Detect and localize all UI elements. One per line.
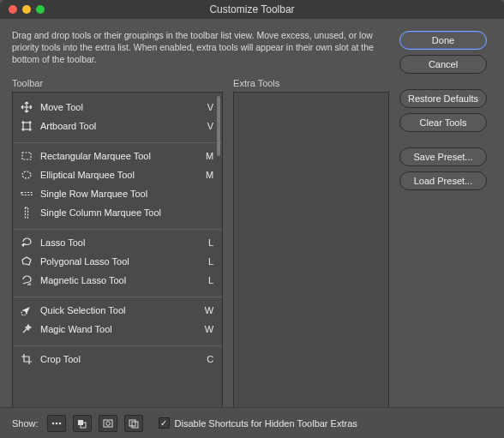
disable-shortcuts-checkbox[interactable]: ✓ Disable Shortcuts for Hidden Toolbar E…	[159, 417, 357, 429]
tool-name: Crop Tool	[40, 354, 195, 364]
svg-point-6	[51, 422, 54, 424]
tool-shortcut: V	[201, 102, 213, 112]
tool-group[interactable]: Lasso ToolLPolygonal Lasso ToolLMagnetic…	[13, 229, 222, 295]
svg-rect-1	[22, 153, 31, 159]
tool-group[interactable]: Crop ToolC	[13, 345, 222, 374]
svg-rect-3	[21, 192, 32, 195]
restore-defaults-button[interactable]: Restore Defaults	[399, 89, 487, 108]
tool-row[interactable]: Polygonal Lasso ToolL	[13, 252, 222, 271]
clear-tools-button[interactable]: Clear Tools	[399, 113, 487, 132]
tool-name: Magnetic Lasso Tool	[40, 275, 195, 285]
tool-row[interactable]: Rectangular Marquee ToolM	[13, 147, 222, 165]
load-preset-button[interactable]: Load Preset...	[399, 171, 487, 190]
titlebar: Customize Toolbar	[0, 0, 504, 19]
tool-shortcut: L	[201, 256, 213, 267]
tool-row[interactable]: Move ToolV	[13, 98, 222, 117]
tool-row[interactable]: Quick Selection ToolW	[13, 301, 222, 320]
checkbox-label: Disable Shortcuts for Hidden Toolbar Ext…	[175, 418, 357, 429]
tool-group[interactable]: Quick Selection ToolWMagic Wand ToolW	[13, 297, 222, 344]
svg-point-8	[58, 422, 61, 424]
tool-shortcut: M	[201, 170, 213, 180]
tool-row[interactable]: Artboard ToolV	[13, 117, 222, 135]
tool-row[interactable]: Crop ToolC	[13, 350, 222, 369]
tool-name: Artboard Tool	[40, 121, 195, 131]
poly-lasso-icon	[20, 255, 33, 268]
toolbar-column-label: Toolbar	[12, 78, 223, 88]
mag-lasso-icon	[20, 273, 33, 287]
toolbar-list[interactable]: Move ToolVArtboard ToolVRectangular Marq…	[12, 92, 223, 426]
tool-name: Magic Wand Tool	[40, 324, 195, 334]
svg-rect-0	[23, 123, 30, 129]
tool-shortcut: M	[201, 151, 213, 161]
tool-row[interactable]: Magic Wand ToolW	[13, 320, 222, 339]
tool-shortcut: C	[201, 354, 213, 364]
svg-point-2	[22, 171, 31, 178]
crop-icon	[20, 352, 33, 366]
col-marquee-icon	[20, 206, 33, 219]
tool-name: Rectangular Marquee Tool	[40, 151, 195, 161]
tool-shortcut: L	[201, 275, 213, 285]
footer: Show: ✓ Disable Shortcuts for Hidden Too…	[0, 407, 504, 438]
move-icon	[20, 100, 33, 114]
tool-shortcut: V	[201, 121, 213, 131]
wand-icon	[20, 322, 33, 336]
show-ellipsis-toggle[interactable]	[47, 415, 66, 432]
tool-row[interactable]: Single Row Marquee Tool	[13, 184, 222, 203]
tool-shortcut: W	[201, 305, 213, 315]
show-quickmask-toggle[interactable]	[99, 415, 117, 432]
tool-shortcut: W	[201, 324, 213, 334]
row-marquee-icon	[20, 187, 33, 201]
extra-tools-list[interactable]	[233, 92, 389, 426]
quick-sel-icon	[20, 303, 33, 317]
instructions-text: Drag and drop tools or their groupings i…	[12, 29, 389, 66]
save-preset-button[interactable]: Save Preset...	[399, 147, 487, 166]
tool-shortcut: L	[201, 237, 213, 248]
tool-name: Move Tool	[40, 102, 195, 112]
tool-name: Quick Selection Tool	[40, 305, 195, 315]
artboard-icon	[20, 119, 33, 133]
sidebar-buttons: Done Cancel Restore Defaults Clear Tools…	[399, 29, 492, 426]
tool-row[interactable]: Elliptical Marquee ToolM	[13, 165, 222, 184]
done-button[interactable]: Done	[399, 31, 487, 50]
lasso-icon	[20, 236, 33, 249]
rect-marquee-icon	[20, 149, 33, 163]
svg-point-7	[55, 422, 57, 424]
tool-name: Polygonal Lasso Tool	[40, 256, 195, 267]
tool-row[interactable]: Lasso ToolL	[13, 233, 222, 252]
show-label: Show:	[12, 418, 39, 429]
extra-column-label: Extra Tools	[233, 78, 389, 88]
scrollbar[interactable]	[217, 96, 220, 156]
show-foreground-toggle[interactable]	[73, 415, 92, 432]
tool-row[interactable]: Single Column Marquee Tool	[13, 203, 222, 222]
tool-name: Elliptical Marquee Tool	[40, 170, 195, 180]
tool-row[interactable]: Magnetic Lasso ToolL	[13, 271, 222, 290]
tool-name: Lasso Tool	[40, 237, 195, 248]
cancel-button[interactable]: Cancel	[399, 55, 487, 74]
svg-point-12	[105, 421, 110, 425]
ellipse-marquee-icon	[20, 168, 33, 182]
window-title: Customize Toolbar	[0, 3, 504, 15]
tool-group[interactable]: Move ToolVArtboard ToolV	[13, 94, 222, 141]
tool-group[interactable]: Rectangular Marquee ToolMElliptical Marq…	[13, 142, 222, 227]
svg-rect-4	[26, 207, 28, 218]
checkbox-icon: ✓	[159, 417, 170, 429]
tool-name: Single Column Marquee Tool	[40, 207, 195, 218]
svg-point-5	[21, 310, 27, 315]
show-screenmode-toggle[interactable]	[124, 415, 143, 432]
tool-name: Single Row Marquee Tool	[40, 189, 195, 199]
